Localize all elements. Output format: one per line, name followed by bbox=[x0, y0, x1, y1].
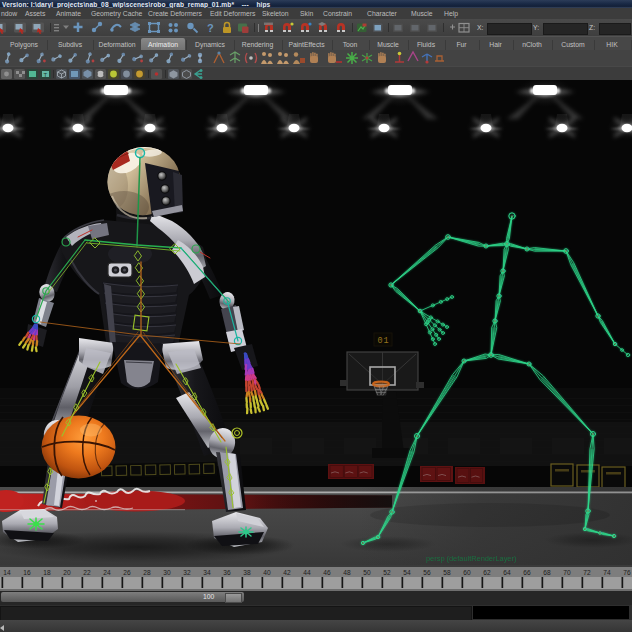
svg-text:44: 44 bbox=[303, 569, 311, 576]
svg-text:48: 48 bbox=[343, 569, 351, 576]
svg-text:54: 54 bbox=[403, 569, 411, 576]
svg-text:64: 64 bbox=[503, 569, 511, 576]
svg-text:T: T bbox=[44, 72, 48, 78]
svg-text:76: 76 bbox=[623, 569, 631, 576]
svg-text:68: 68 bbox=[543, 569, 551, 576]
svg-text:72: 72 bbox=[583, 569, 591, 576]
svg-text:26: 26 bbox=[123, 569, 131, 576]
svg-text:66: 66 bbox=[523, 569, 531, 576]
svg-text:?: ? bbox=[207, 22, 214, 34]
svg-text:52: 52 bbox=[383, 569, 391, 576]
svg-text:22: 22 bbox=[83, 569, 91, 576]
svg-text:60: 60 bbox=[463, 569, 471, 576]
svg-text:24: 24 bbox=[103, 569, 111, 576]
svg-text:14: 14 bbox=[3, 569, 11, 576]
svg-text:28: 28 bbox=[143, 569, 151, 576]
svg-text:42: 42 bbox=[283, 569, 291, 576]
svg-text:32: 32 bbox=[183, 569, 191, 576]
svg-text:58: 58 bbox=[443, 569, 451, 576]
svg-text:34: 34 bbox=[203, 569, 211, 576]
svg-text:16: 16 bbox=[23, 569, 31, 576]
svg-text:38: 38 bbox=[243, 569, 251, 576]
svg-text:30: 30 bbox=[163, 569, 171, 576]
svg-text:01: 01 bbox=[378, 336, 389, 346]
svg-text:40: 40 bbox=[263, 569, 271, 576]
svg-text:18: 18 bbox=[43, 569, 51, 576]
svg-text:50: 50 bbox=[363, 569, 371, 576]
svg-text:56: 56 bbox=[423, 569, 431, 576]
svg-text:36: 36 bbox=[223, 569, 231, 576]
svg-text:70: 70 bbox=[563, 569, 571, 576]
svg-text:62: 62 bbox=[483, 569, 491, 576]
svg-text:74: 74 bbox=[603, 569, 611, 576]
svg-text:20: 20 bbox=[63, 569, 71, 576]
svg-text:persp (defaultRenderLayer): persp (defaultRenderLayer) bbox=[426, 554, 516, 563]
svg-text:46: 46 bbox=[323, 569, 331, 576]
